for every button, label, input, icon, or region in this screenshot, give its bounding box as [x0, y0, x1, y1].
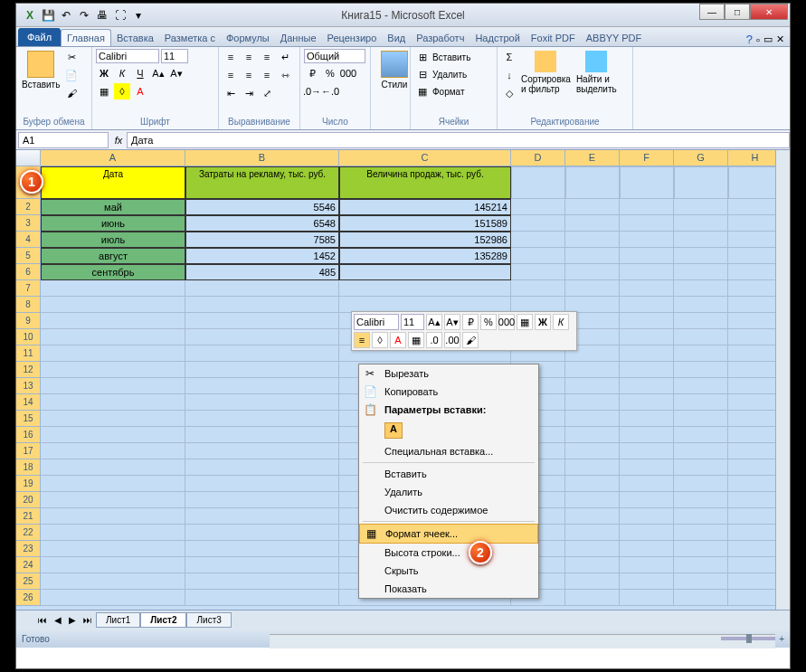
- cell[interactable]: [728, 248, 782, 264]
- cell[interactable]: [728, 297, 782, 313]
- cell[interactable]: [674, 590, 728, 606]
- cm-format-cells[interactable]: ▦Формат ячеек...: [359, 524, 538, 544]
- minimize-button[interactable]: —: [699, 4, 725, 20]
- cell[interactable]: [41, 525, 185, 541]
- delete-cells-label[interactable]: Удалить: [432, 70, 467, 80]
- cell[interactable]: [620, 459, 674, 476]
- fill-icon[interactable]: ↓: [501, 67, 517, 83]
- row-head[interactable]: 26: [16, 590, 41, 606]
- mini-fill-icon[interactable]: ◊: [372, 332, 388, 348]
- merge-icon[interactable]: ⇿: [277, 67, 293, 83]
- cell[interactable]: [728, 378, 782, 394]
- mini-shrink-icon[interactable]: A▾: [444, 314, 460, 330]
- cell[interactable]: [620, 166, 674, 199]
- cell[interactable]: [565, 476, 620, 492]
- cell[interactable]: [674, 443, 728, 459]
- cell[interactable]: [674, 459, 728, 476]
- shrink-font-icon[interactable]: A▾: [168, 65, 185, 81]
- tab-foxit[interactable]: Foxit PDF: [526, 30, 581, 46]
- cell[interactable]: [620, 199, 674, 215]
- sort-filter-button[interactable]: Сортировка и фильтр: [519, 49, 573, 96]
- mini-inc-dec-icon[interactable]: .0: [426, 332, 442, 348]
- mini-painter-icon[interactable]: 🖌: [462, 332, 479, 348]
- tab-developer[interactable]: Разработч: [411, 30, 469, 46]
- redo-icon[interactable]: ↷: [76, 7, 92, 24]
- cell[interactable]: [674, 166, 728, 199]
- cell[interactable]: [41, 476, 185, 492]
- row-head[interactable]: 14: [16, 394, 41, 411]
- cell[interactable]: [41, 427, 185, 443]
- cell[interactable]: [41, 411, 185, 427]
- row-head[interactable]: 20: [16, 492, 41, 508]
- cell[interactable]: [185, 378, 339, 394]
- cell[interactable]: 7585: [185, 232, 339, 248]
- mini-bold-icon[interactable]: Ж: [535, 314, 551, 330]
- cell[interactable]: [674, 508, 728, 525]
- excel-icon[interactable]: X: [22, 7, 38, 24]
- cell[interactable]: [728, 329, 782, 345]
- cell[interactable]: [565, 443, 620, 459]
- cell[interactable]: 1452: [185, 248, 339, 264]
- maximize-button[interactable]: □: [725, 4, 750, 20]
- cm-paste-special[interactable]: Специальная вставка...: [359, 442, 538, 460]
- copy-icon[interactable]: 📄: [63, 67, 80, 83]
- cell[interactable]: [41, 459, 185, 476]
- cell[interactable]: [620, 329, 674, 345]
- col-head-b[interactable]: B: [185, 150, 339, 166]
- cell[interactable]: [728, 264, 782, 280]
- cell[interactable]: [41, 508, 185, 525]
- format-cells-label[interactable]: Формат: [432, 87, 465, 97]
- fx-icon[interactable]: fx: [110, 135, 127, 146]
- sheet-nav-next-icon[interactable]: ▶: [65, 615, 80, 625]
- cell[interactable]: [185, 525, 339, 541]
- tab-formulas[interactable]: Формулы: [221, 30, 275, 46]
- cell[interactable]: [728, 362, 782, 378]
- cell[interactable]: [620, 508, 674, 525]
- sheet-nav-last-icon[interactable]: ⏭: [80, 615, 96, 625]
- mini-percent-icon[interactable]: %: [480, 314, 497, 330]
- cell[interactable]: [674, 329, 728, 345]
- cell[interactable]: [674, 557, 728, 573]
- cell[interactable]: 485: [185, 264, 339, 280]
- cell[interactable]: [41, 313, 185, 329]
- cell[interactable]: [728, 394, 782, 411]
- cell[interactable]: [620, 411, 674, 427]
- row-head[interactable]: 22: [16, 525, 41, 541]
- col-head-h[interactable]: H: [728, 150, 782, 166]
- tab-abbyy[interactable]: ABBYY PDF: [581, 30, 648, 46]
- cell[interactable]: [185, 590, 339, 606]
- align-left-icon[interactable]: ≡: [223, 67, 239, 83]
- cell[interactable]: [185, 280, 339, 297]
- cell[interactable]: [565, 362, 620, 378]
- col-head-d[interactable]: D: [511, 150, 565, 166]
- cell[interactable]: [565, 264, 620, 280]
- col-head-e[interactable]: E: [565, 150, 620, 166]
- cm-hide[interactable]: Скрыть: [359, 562, 538, 580]
- mini-grow-icon[interactable]: A▴: [426, 314, 442, 330]
- tab-insert[interactable]: Вставка: [111, 30, 159, 46]
- cm-delete[interactable]: Удалить: [359, 483, 538, 501]
- cell[interactable]: [728, 492, 782, 508]
- cell[interactable]: [728, 525, 782, 541]
- cell[interactable]: Дата: [41, 166, 185, 199]
- mini-currency-icon[interactable]: ₽: [462, 314, 479, 330]
- cell[interactable]: [674, 280, 728, 297]
- cell[interactable]: [185, 459, 339, 476]
- cell[interactable]: [565, 166, 620, 199]
- bold-button[interactable]: Ж: [96, 65, 112, 81]
- qat-dropdown-icon[interactable]: ▾: [130, 7, 147, 24]
- select-all-corner[interactable]: [16, 150, 41, 166]
- cell[interactable]: [565, 199, 620, 215]
- cell[interactable]: [41, 394, 185, 411]
- vertical-scrollbar[interactable]: [775, 150, 790, 610]
- cell[interactable]: [41, 557, 185, 573]
- paste-button[interactable]: Вставить: [20, 49, 62, 91]
- cell[interactable]: [620, 215, 674, 232]
- number-format-select[interactable]: [304, 49, 365, 63]
- sheet-nav-prev-icon[interactable]: ◀: [51, 615, 65, 625]
- cell[interactable]: [620, 394, 674, 411]
- cell[interactable]: [185, 443, 339, 459]
- cell[interactable]: [511, 232, 565, 248]
- cell[interactable]: [620, 427, 674, 443]
- cell[interactable]: [41, 280, 185, 297]
